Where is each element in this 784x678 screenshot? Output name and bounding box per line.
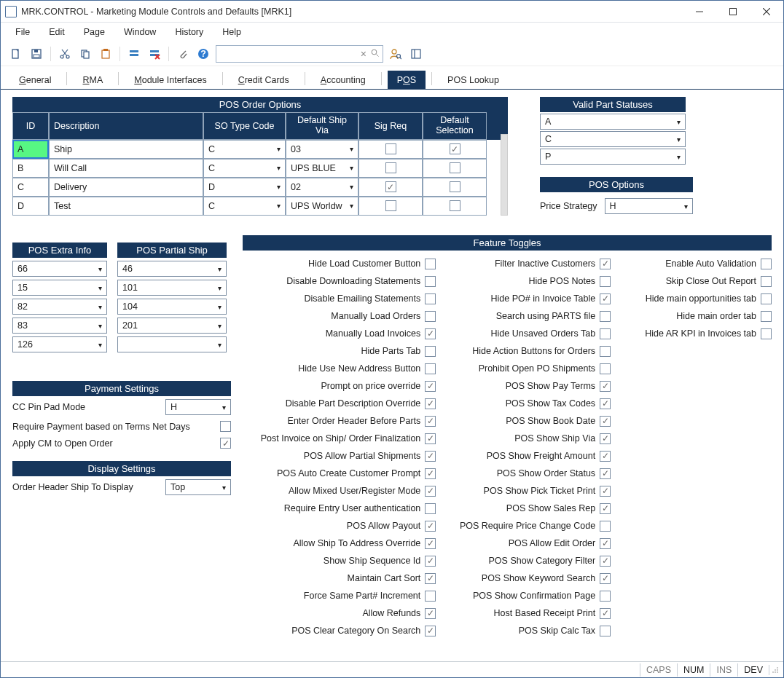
feature-checkbox[interactable] (600, 328, 611, 339)
feature-checkbox[interactable] (425, 486, 436, 497)
cell-ship-select[interactable]: UPS BLUE▾ (286, 159, 358, 178)
menu-edit[interactable]: Edit (42, 25, 72, 39)
require-payment-checkbox[interactable] (220, 421, 231, 432)
search-box[interactable]: × (216, 45, 383, 63)
tab-accounting[interactable]: Accounting (311, 71, 375, 89)
feature-checkbox[interactable] (600, 293, 611, 304)
feature-checkbox[interactable] (600, 608, 611, 619)
feature-checkbox[interactable] (600, 311, 611, 322)
insert-row-icon[interactable] (126, 46, 142, 62)
feature-checkbox[interactable] (425, 626, 436, 636)
extra-info-select[interactable]: 66▾ (12, 261, 107, 277)
tab-rma[interactable]: RMA (73, 71, 112, 89)
menu-window[interactable]: Window (117, 25, 163, 39)
feature-checkbox[interactable] (600, 573, 611, 584)
feature-checkbox[interactable] (761, 328, 772, 339)
feature-checkbox[interactable] (600, 521, 611, 532)
vps-select[interactable]: P▾ (540, 149, 686, 165)
apply-cm-checkbox[interactable] (220, 438, 231, 449)
feature-checkbox[interactable] (600, 363, 611, 374)
feature-checkbox[interactable] (425, 416, 436, 427)
cell-so-select[interactable]: C▾ (203, 159, 286, 178)
feature-checkbox[interactable] (600, 416, 611, 427)
vps-select[interactable]: A▾ (540, 114, 686, 130)
cell-desc[interactable]: Test (49, 197, 203, 216)
vps-select[interactable]: C▾ (540, 131, 686, 147)
extra-info-select[interactable]: 83▾ (12, 318, 107, 334)
feature-checkbox[interactable] (600, 433, 611, 444)
feature-checkbox[interactable] (600, 346, 611, 357)
cell-id[interactable]: B (12, 159, 49, 178)
tab-credit-cards[interactable]: Credit Cards (229, 71, 299, 89)
cell-so-select[interactable]: C▾ (203, 140, 286, 159)
tab-general[interactable]: General (9, 71, 60, 89)
vertical-scrollbar[interactable] (501, 134, 508, 216)
delete-row-icon[interactable] (146, 46, 162, 62)
menu-file[interactable]: File (8, 25, 37, 39)
layout-icon[interactable] (408, 46, 424, 62)
feature-checkbox[interactable] (425, 556, 436, 567)
feature-checkbox[interactable] (425, 346, 436, 357)
cell-ship-select[interactable]: 03▾ (286, 140, 358, 159)
help-icon[interactable]: ? (195, 46, 211, 62)
feature-checkbox[interactable] (425, 433, 436, 444)
feature-checkbox[interactable] (600, 276, 611, 287)
feature-checkbox[interactable] (425, 451, 436, 462)
feature-checkbox[interactable] (761, 311, 772, 322)
cell-desc[interactable]: Delivery (49, 178, 203, 197)
cut-icon[interactable] (57, 46, 73, 62)
cell-def-checkbox[interactable] (423, 178, 487, 197)
order-header-ship-select[interactable]: Top▾ (165, 479, 231, 495)
feature-checkbox[interactable] (425, 259, 436, 269)
feature-checkbox[interactable] (425, 608, 436, 619)
cell-sig-checkbox[interactable] (358, 197, 423, 216)
feature-checkbox[interactable] (425, 538, 436, 549)
feature-checkbox[interactable] (600, 398, 611, 409)
feature-checkbox[interactable] (600, 468, 611, 479)
search-icon[interactable] (371, 49, 380, 59)
copy-icon[interactable] (77, 46, 93, 62)
new-icon[interactable] (8, 46, 24, 62)
price-strategy-select[interactable]: H▾ (605, 198, 693, 214)
partial-ship-select[interactable]: 201▾ (117, 318, 227, 334)
attach-icon[interactable] (175, 46, 191, 62)
maximize-button[interactable] (716, 1, 750, 23)
save-icon[interactable] (28, 46, 44, 62)
feature-checkbox[interactable] (425, 503, 436, 514)
cell-sig-checkbox[interactable] (358, 140, 423, 159)
feature-checkbox[interactable] (600, 591, 611, 602)
tab-module-interfaces[interactable]: Module Interfaces (125, 71, 216, 89)
feature-checkbox[interactable] (425, 381, 436, 392)
feature-checkbox[interactable] (425, 521, 436, 532)
cell-def-checkbox[interactable] (423, 197, 487, 216)
paste-icon[interactable] (98, 46, 114, 62)
menu-history[interactable]: History (168, 25, 211, 39)
feature-checkbox[interactable] (600, 381, 611, 392)
feature-checkbox[interactable] (600, 486, 611, 497)
menu-help[interactable]: Help (215, 25, 248, 39)
feature-checkbox[interactable] (425, 363, 436, 374)
feature-checkbox[interactable] (425, 468, 436, 479)
partial-ship-select[interactable]: 101▾ (117, 280, 227, 296)
feature-checkbox[interactable] (761, 293, 772, 304)
feature-checkbox[interactable] (761, 259, 772, 269)
partial-ship-select[interactable]: 46▾ (117, 261, 227, 277)
cell-desc[interactable]: Will Call (49, 159, 203, 178)
search-input[interactable] (219, 49, 356, 59)
feature-checkbox[interactable] (600, 451, 611, 462)
tab-pos-lookup[interactable]: POS Lookup (438, 71, 509, 89)
cell-id[interactable]: A (12, 140, 49, 159)
user-search-icon[interactable] (388, 46, 404, 62)
cell-so-select[interactable]: C▾ (203, 197, 286, 216)
close-button[interactable] (750, 1, 783, 23)
cell-sig-checkbox[interactable] (358, 159, 423, 178)
cell-sig-checkbox[interactable] (358, 178, 423, 197)
feature-checkbox[interactable] (600, 259, 611, 269)
cell-ship-select[interactable]: 02▾ (286, 178, 358, 197)
feature-checkbox[interactable] (425, 398, 436, 409)
cc-pin-pad-select[interactable]: H▾ (165, 399, 231, 415)
cell-def-checkbox[interactable] (423, 140, 487, 159)
resize-grip[interactable] (769, 665, 780, 675)
feature-checkbox[interactable] (425, 591, 436, 602)
cell-def-checkbox[interactable] (423, 159, 487, 178)
